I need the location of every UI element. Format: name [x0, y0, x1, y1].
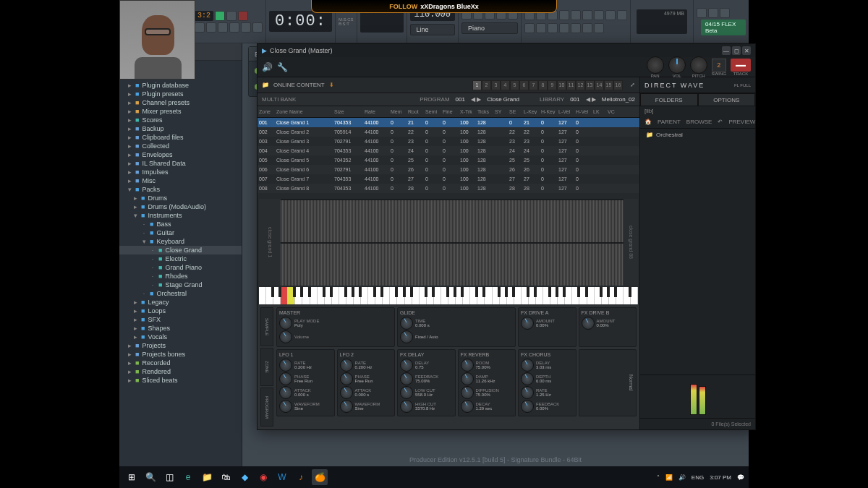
piano-key[interactable] — [587, 287, 595, 304]
network-icon[interactable]: 📶 — [665, 474, 673, 481]
library-name[interactable]: Mellotron_02 — [602, 96, 635, 103]
knob[interactable] — [279, 372, 292, 385]
parent-button[interactable]: PARENT — [658, 119, 681, 125]
piano-key[interactable] — [543, 287, 550, 304]
piano-key[interactable] — [485, 287, 492, 304]
piano-key[interactable] — [565, 287, 572, 304]
piano-key[interactable] — [550, 287, 558, 304]
piano-key[interactable] — [375, 287, 383, 304]
tree-item[interactable]: ▸■Clipboard files — [119, 133, 242, 142]
piano-key[interactable] — [397, 287, 404, 304]
piano-key[interactable] — [310, 287, 318, 304]
volume-icon[interactable]: 🔊 — [678, 474, 686, 481]
loop-record-button[interactable] — [252, 22, 263, 33]
piano-key[interactable] — [463, 287, 470, 304]
knob[interactable] — [279, 359, 292, 372]
knob[interactable] — [521, 372, 534, 385]
tree-item[interactable]: ·■Electric — [119, 254, 242, 263]
control-tab[interactable]: PROGRAM — [260, 388, 273, 427]
home-icon[interactable]: 🏠 — [644, 119, 652, 125]
tree-item[interactable]: ▸■Shapes — [119, 324, 242, 333]
store-icon[interactable]: 🛍 — [218, 469, 234, 485]
help-button[interactable] — [720, 8, 730, 18]
page-button[interactable]: 11 — [566, 80, 576, 90]
page-button[interactable]: 15 — [604, 80, 613, 90]
browser-tree[interactable]: ▸■Current project▸■Recent files▸■Plugin … — [119, 61, 242, 466]
tree-item[interactable]: ▸■Projects bones — [119, 350, 242, 359]
page-button[interactable]: 7 — [529, 80, 538, 90]
piano-key[interactable] — [448, 287, 456, 304]
piano-key[interactable] — [470, 287, 477, 304]
piano-key[interactable] — [602, 287, 609, 304]
knob[interactable] — [521, 317, 534, 330]
piano-key[interactable] — [536, 287, 543, 304]
tree-item[interactable]: ▸■Vocals — [119, 333, 242, 341]
piano-key[interactable] — [434, 287, 441, 304]
options-tab[interactable]: OPTIONS — [698, 93, 756, 106]
tray-up-icon[interactable]: ˄ — [657, 474, 660, 481]
close-all-button[interactable] — [697, 8, 707, 18]
task-view-button[interactable]: ◫ — [161, 469, 177, 485]
piano-key[interactable] — [609, 287, 616, 304]
vol-knob[interactable] — [668, 56, 686, 74]
tree-item[interactable]: ▸■Backup — [119, 124, 242, 133]
page-button[interactable]: 12 — [576, 80, 585, 90]
language-indicator[interactable]: ENG — [692, 474, 704, 481]
piano-key[interactable] — [522, 287, 529, 304]
piano-key[interactable] — [441, 287, 448, 304]
piano-key[interactable] — [493, 287, 500, 304]
tree-item[interactable]: ▾■Packs — [119, 185, 242, 194]
online-content-label[interactable]: ONLINE CONTENT — [273, 82, 325, 88]
knob[interactable] — [340, 400, 353, 413]
fl-studio-icon[interactable]: 🍊 — [312, 469, 328, 485]
page-button[interactable]: 13 — [585, 80, 595, 90]
knob[interactable] — [521, 400, 534, 413]
control-tab[interactable]: SAMPLE — [260, 307, 273, 346]
piano-key[interactable] — [354, 287, 361, 304]
undo-icon[interactable]: ↶ — [718, 119, 723, 125]
piano-key[interactable] — [383, 287, 390, 304]
tree-item[interactable]: ▸■Projects — [119, 341, 242, 350]
tree-item[interactable]: ·■Orchestral — [119, 289, 242, 298]
page-button[interactable]: 3 — [491, 80, 501, 90]
zone-row[interactable]: 002Close Grand 2705914441000220010012822… — [258, 127, 639, 137]
knob[interactable] — [400, 372, 413, 385]
flex-beta-badge[interactable]: 04/15 FLEX Beta — [701, 20, 746, 35]
explorer-icon[interactable]: 📁 — [199, 469, 215, 485]
tree-item[interactable]: ·■Stage Grand — [119, 281, 242, 289]
tree-item[interactable]: ·■Close Grand — [119, 246, 242, 254]
zone-row[interactable]: 004Close Grand 4704353441000240010012824… — [258, 146, 639, 155]
folders-tab[interactable]: FOLDERS — [640, 93, 698, 106]
page-selector[interactable]: 12345678910111213141516 — [472, 80, 623, 90]
tree-item[interactable]: ▸■Misc — [119, 176, 242, 185]
stop-button[interactable] — [226, 11, 237, 21]
piano-key[interactable] — [420, 287, 427, 304]
pan-knob[interactable] — [647, 56, 664, 74]
start-button[interactable]: ⊞ — [124, 469, 140, 485]
knob[interactable] — [340, 386, 353, 399]
piano-key[interactable] — [624, 287, 631, 304]
tree-item[interactable]: ▸■Impulses — [119, 168, 242, 176]
piano-key[interactable] — [281, 287, 288, 304]
knob[interactable] — [461, 359, 474, 372]
zone-row[interactable]: 008Close Grand 8704353441000280010012828… — [258, 184, 639, 193]
tree-item[interactable]: ▾■Instruments — [119, 211, 242, 220]
play-button[interactable] — [215, 11, 225, 21]
page-button[interactable]: 14 — [595, 80, 604, 90]
tree-item[interactable]: ▸■IL Shared Data — [119, 159, 242, 168]
knob[interactable] — [279, 400, 292, 413]
save-button[interactable] — [206, 22, 216, 33]
piano-key[interactable] — [346, 287, 354, 304]
knob[interactable] — [279, 330, 292, 343]
piano-key[interactable] — [332, 287, 339, 304]
notifications-icon[interactable]: 💬 — [737, 474, 744, 481]
browse-button[interactable]: BROWSE — [686, 119, 712, 125]
tree-item[interactable]: ▾■Keyboard — [119, 237, 242, 246]
minimize-button[interactable]: — — [722, 46, 731, 55]
tree-item[interactable]: ▸■Sliced beats — [119, 376, 242, 385]
knob[interactable] — [340, 359, 353, 372]
piano-key[interactable] — [361, 287, 368, 304]
piano-key[interactable] — [259, 287, 266, 304]
piano-key[interactable] — [273, 287, 281, 304]
search-button[interactable]: 🔍 — [142, 469, 158, 485]
